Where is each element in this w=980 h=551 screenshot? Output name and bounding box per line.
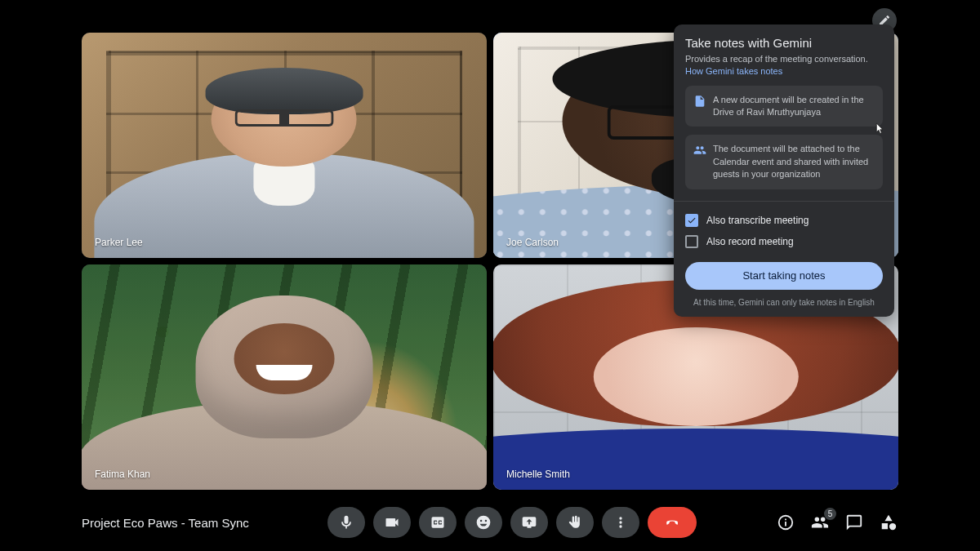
checkbox-unchecked-icon	[685, 235, 698, 248]
people-count-badge: 5	[824, 508, 836, 520]
reactions-button[interactable]	[465, 507, 502, 538]
meeting-details-button[interactable]	[776, 513, 795, 532]
chat-button[interactable]	[844, 513, 864, 532]
video-tile-fatima[interactable]: Fatima Khan	[82, 264, 487, 490]
center-controls	[249, 507, 776, 538]
camera-button[interactable]	[373, 507, 411, 538]
captions-icon	[430, 514, 446, 531]
emoji-icon	[475, 514, 492, 531]
activities-button[interactable]	[879, 513, 898, 532]
checkbox-checked-icon	[685, 214, 698, 227]
end-call-icon	[664, 514, 680, 531]
how-gemini-link[interactable]: How Gemini takes notes	[685, 66, 782, 76]
mic-icon	[338, 514, 354, 531]
captions-button[interactable]	[419, 507, 457, 538]
transcribe-checkbox-row[interactable]: Also transcribe meeting	[685, 210, 883, 231]
participant-name: Michelle Smith	[503, 467, 573, 482]
participant-name: Parker Lee	[91, 235, 146, 250]
shapes-icon	[880, 513, 898, 531]
info-card-calendar: The document will be attached to the Cal…	[685, 135, 883, 189]
present-button[interactable]	[510, 507, 548, 538]
chat-icon	[845, 513, 863, 531]
divider	[674, 201, 894, 202]
hand-icon	[567, 514, 583, 531]
mic-button[interactable]	[327, 507, 365, 538]
participant-name: Joe Carlson	[503, 235, 562, 250]
panel-subtitle: Provides a recap of the meeting conversa…	[685, 54, 868, 64]
end-call-button[interactable]	[648, 507, 697, 538]
meeting-title: Project Eco Paws - Team Sync	[82, 516, 249, 530]
info-card-document: A new document will be created in the Dr…	[685, 86, 883, 127]
gemini-notes-panel: Take notes with Gemini Provides a recap …	[674, 24, 894, 317]
people-button[interactable]: 5	[810, 513, 830, 532]
start-taking-notes-button[interactable]: Start taking notes	[685, 262, 883, 290]
camera-icon	[384, 514, 400, 531]
checkbox-label: Also record meeting	[706, 236, 794, 247]
info-card-text: The document will be attached to the Cal…	[713, 144, 868, 179]
record-checkbox-row[interactable]: Also record meeting	[685, 231, 883, 252]
panel-title: Take notes with Gemini	[685, 36, 883, 50]
panel-disclaimer: At this time, Gemini can only take notes…	[685, 298, 883, 307]
people-calendar-icon	[693, 144, 706, 157]
document-icon	[693, 95, 706, 108]
right-controls: 5	[776, 513, 898, 532]
raise-hand-button[interactable]	[556, 507, 594, 538]
bottom-bar: Project Eco Paws - Team Sync	[0, 494, 980, 551]
more-vert-icon	[612, 514, 629, 531]
participant-name: Fatima Khan	[91, 467, 154, 482]
present-screen-icon	[521, 514, 537, 531]
checkbox-label: Also transcribe meeting	[706, 215, 808, 226]
video-tile-parker[interactable]: Parker Lee	[82, 33, 487, 258]
info-card-text: A new document will be created in the Dr…	[713, 95, 864, 117]
info-icon	[777, 513, 795, 531]
more-options-button[interactable]	[602, 507, 639, 538]
